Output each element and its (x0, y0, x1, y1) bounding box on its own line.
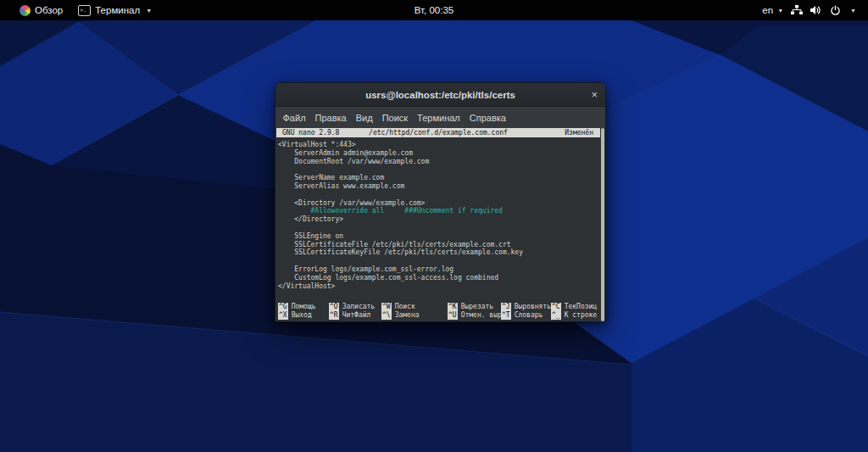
nano-shortcut-key: ^R (329, 311, 339, 320)
editor-line: SSLCertificateFile /etc/pki/tls/certs/ex… (278, 241, 605, 249)
nano-shortcut-key: ^K (448, 303, 458, 311)
nano-shortcut-bar: ^GПомощь^OЗаписать^WПоиск^KВырезать^JВыр… (275, 303, 605, 321)
nano-shortcut-key: ^_ (551, 311, 561, 320)
nano-shortcut-label: Поиск (395, 303, 415, 311)
nano-shortcut-label: Замена (395, 311, 420, 320)
editor-line: SSLCertificateKeyFile /etc/pki/tls/certs… (278, 248, 605, 257)
nano-shortcut-gotoline: ^_К строке (551, 311, 605, 320)
nano-shortcut-label: Отмен. выр (461, 311, 502, 320)
editor-line: ServerAdmin admin@example.com (278, 149, 605, 158)
nano-shortcut-key: ^\ (381, 311, 392, 320)
menu-item-file[interactable]: Файл (278, 107, 310, 128)
nano-title-bar: GNU nano 2.9.8 /etc/httpd/conf.d/example… (276, 128, 600, 137)
editor-line (278, 224, 605, 232)
terminal-screen[interactable]: GNU nano 2.9.8 /etc/httpd/conf.d/example… (275, 128, 605, 321)
nano-shortcut-replace: ^\Замена (381, 311, 448, 320)
nano-shortcut-curpos: ^CТекПозиц (551, 303, 605, 311)
terminal-app-icon: >. (78, 5, 91, 16)
nano-shortcut-key: ^G (278, 303, 288, 311)
app-menu-button[interactable]: >. Терминал ▼ (72, 0, 158, 20)
clock[interactable]: Вт, 00:35 (415, 5, 453, 15)
keyboard-layout-label: en (762, 5, 773, 15)
editor-line: DocumentRoot /var/www/example.com (278, 158, 605, 166)
editor-line: SSLEngine on (278, 232, 605, 241)
editor-line (278, 257, 605, 265)
editor-line: ServerAlias www.example.com (278, 182, 605, 191)
nano-shortcut-label: Выход (292, 311, 312, 320)
volume-icon[interactable] (810, 5, 822, 15)
nano-shortcut-exit: ^XВыход (278, 311, 329, 320)
terminal-menubar: ФайлПравкаВидПоискТерминалСправка (275, 107, 605, 128)
terminal-scrollbar[interactable] (601, 128, 604, 321)
nano-shortcut-key: ^X (278, 311, 288, 320)
network-icon[interactable] (791, 5, 803, 15)
nano-shortcut-key: ^W (381, 303, 392, 311)
nano-shortcut-readfile: ^RЧитФайл (329, 311, 381, 320)
editor-line: </VirtualHost> (278, 282, 605, 291)
nano-shortcut-key: ^C (551, 303, 561, 311)
editor-line: <VirtualHost *:443> (278, 141, 605, 149)
nano-shortcut-uncut: ^UОтмен. выр (448, 311, 501, 320)
nano-shortcut-key: ^U (448, 311, 458, 320)
menu-item-search[interactable]: Поиск (377, 107, 412, 128)
nano-shortcut-key: ^J (501, 303, 511, 311)
nano-shortcut-speller: ^TСловарь (501, 311, 551, 320)
nano-editor-text[interactable]: <VirtualHost *:443> ServerAdmin admin@ex… (275, 137, 605, 303)
window-title: usrs@localhost:/etc/pki/tls/certs (275, 90, 605, 100)
nano-shortcut-label: Выровнять (515, 303, 551, 311)
nano-shortcut-label: К строке (565, 311, 598, 320)
menu-item-terminal[interactable]: Терминал (413, 107, 465, 128)
terminal-window: usrs@localhost:/etc/pki/tls/certs × Файл… (275, 82, 606, 322)
nano-shortcut-label: Словарь (515, 311, 543, 320)
chevron-down-icon: ▼ (777, 8, 783, 14)
menu-item-view[interactable]: Вид (351, 107, 377, 128)
editor-line: CustomLog logs/example.com_ssl-access.lo… (278, 274, 605, 282)
chevron-down-icon: ▼ (146, 8, 152, 14)
nano-file-path: /etc/httpd/conf.d/example.com.conf (276, 129, 600, 137)
nano-shortcut-label: Помощь (292, 303, 316, 311)
nano-shortcut-justify: ^JВыровнять (501, 303, 551, 311)
editor-line: ErrorLog logs/example.com_ssl-error.log (278, 265, 605, 274)
nano-shortcut-label: ЧитФайл (342, 311, 371, 320)
editor-line: ServerName example.com (278, 174, 605, 182)
system-menu-chevron-icon[interactable]: ▼ (850, 8, 856, 14)
nano-shortcut-search: ^WПоиск (381, 303, 448, 311)
menu-item-help[interactable]: Справка (465, 107, 510, 128)
activities-button[interactable]: Обзор (14, 0, 69, 20)
activities-label: Обзор (35, 5, 63, 15)
nano-shortcut-help: ^GПомощь (278, 303, 329, 311)
nano-shortcut-write: ^OЗаписать (329, 303, 381, 311)
editor-line (278, 191, 605, 199)
editor-line: <Directory /var/www/example.com> (278, 199, 605, 208)
editor-line (278, 165, 605, 174)
nano-shortcut-cut: ^KВырезать (448, 303, 501, 311)
keyboard-layout-indicator[interactable]: en ▼ (762, 5, 783, 15)
distro-logo-icon (19, 5, 31, 16)
editor-line: #Allowoverride all ###Uncomment if requi… (278, 207, 605, 215)
nano-shortcut-label: Вырезать (461, 303, 494, 311)
window-titlebar[interactable]: usrs@localhost:/etc/pki/tls/certs × (275, 83, 605, 107)
nano-shortcut-label: ТекПозиц (565, 303, 598, 311)
close-icon[interactable]: × (591, 83, 598, 106)
app-menu-label: Терминал (95, 5, 140, 15)
editor-line: </Directory> (278, 215, 605, 224)
menu-item-edit[interactable]: Правка (310, 107, 351, 128)
nano-shortcut-key: ^O (329, 303, 339, 311)
top-bar: Обзор >. Терминал ▼ Вт, 00:35 en ▼ (0, 0, 868, 20)
power-icon[interactable] (830, 5, 841, 16)
nano-shortcut-key: ^T (501, 311, 511, 320)
nano-shortcut-label: Записать (342, 303, 376, 311)
